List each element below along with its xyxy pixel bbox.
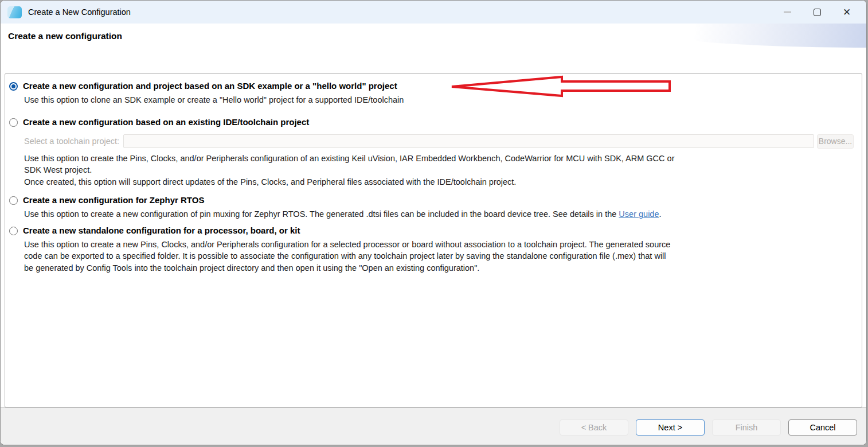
button-bar: < Back Next > Finish Cancel [1,407,866,445]
option-standalone-config[interactable]: Create a new standalone configuration fo… [9,224,854,237]
option-label[interactable]: Create a new standalone configuration fo… [23,224,300,237]
maximize-icon [814,9,821,16]
toolchain-project-label: Select a toolchain project: [24,137,119,146]
option-zephyr-rtos[interactable]: Create a new configuration for Zephyr RT… [9,194,854,207]
description-text: Use this option to create a new configur… [24,209,619,219]
minimize-button [772,1,802,24]
option-description: Use this option to clone an SDK example … [24,94,854,106]
wizard-header: Create a new configuration [1,24,866,73]
config-tools-icon [7,6,22,18]
close-icon: ✕ [843,7,851,17]
header-gradient-decoration [620,24,866,48]
toolchain-project-input [123,134,814,148]
window-controls: ✕ [772,1,866,24]
radio-unselected-icon[interactable] [9,227,18,235]
toolchain-project-row: Select a toolchain project: Browse... [24,134,854,149]
option-description: Use this option to create a new configur… [24,208,854,220]
radio-selected-icon[interactable] [9,82,18,91]
finish-button: Finish [712,419,781,436]
browse-button: Browse... [817,134,854,149]
radio-unselected-icon[interactable] [9,118,18,127]
maximize-button[interactable] [802,1,832,24]
option-existing-project[interactable]: Create a new configuration based on an e… [9,116,854,129]
next-button[interactable]: Next > [636,419,705,436]
radio-unselected-icon[interactable] [9,196,18,205]
titlebar: Create a New Configuration ✕ [1,1,866,24]
dialog-window: Create a New Configuration ✕ Create a ne… [0,0,867,445]
option-description: Use this option to create the Pins, Cloc… [24,153,854,188]
minimize-icon [784,11,791,13]
options-group: Create a new configuration and project b… [5,73,862,407]
description-text: . [659,209,661,219]
option-label[interactable]: Create a new configuration and project b… [23,80,397,92]
user-guide-link[interactable]: User guide [619,209,659,219]
close-button[interactable]: ✕ [832,1,862,24]
option-sdk-example[interactable]: Create a new configuration and project b… [9,80,854,92]
option-label[interactable]: Create a new configuration based on an e… [23,116,309,129]
cancel-button[interactable]: Cancel [788,419,857,436]
option-description: Use this option to create a new Pins, Cl… [24,239,854,274]
back-button: < Back [560,419,628,436]
option-label[interactable]: Create a new configuration for Zephyr RT… [23,194,204,207]
window-title: Create a New Configuration [28,7,131,17]
